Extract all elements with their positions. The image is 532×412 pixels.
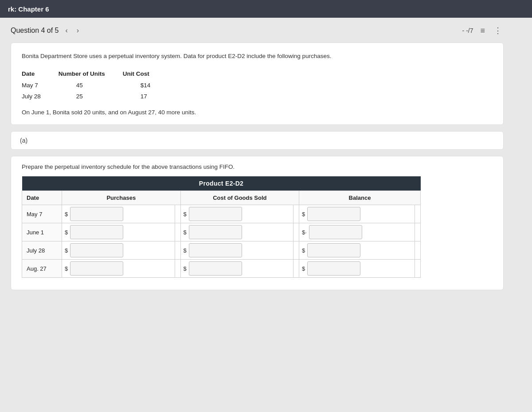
instruction-text: Prepare the perpetual inventory schedule… (22, 163, 493, 170)
col-date: Date (22, 69, 59, 80)
inv-purchases-currency-1: $ (62, 223, 175, 241)
question-nav: Question 4 of 5 ‹ › - -/7 ≡ ⋮ (11, 25, 504, 36)
inv-date-3: Aug. 27 (22, 260, 62, 278)
inv-balance-input-1[interactable] (309, 225, 362, 239)
problem-card: Bonita Department Store uses a perpetual… (11, 43, 504, 125)
purchase-row: May 7 45 $14 (22, 80, 168, 91)
inv-purchases-input-2[interactable] (70, 243, 123, 257)
col-cost: Unit Cost (123, 69, 168, 80)
inv-balance-currency-3: $ (299, 260, 415, 278)
col-header-balance: Balance (299, 191, 421, 205)
inv-balance-input-2[interactable] (307, 243, 360, 257)
purchases-table: Date Number of Units Unit Cost May 7 45 … (22, 69, 168, 102)
purchase-cost-0: $14 (123, 80, 168, 91)
inv-purchases-spacer-2 (175, 241, 180, 260)
product-name-cell: Product E2-D2 (22, 176, 421, 191)
inv-balance-spacer-3 (415, 260, 421, 278)
inv-cogs-spacer-3 (293, 260, 299, 278)
inv-purchases-currency-3: $ (62, 260, 175, 278)
inv-cogs-spacer-0 (293, 205, 299, 223)
inventory-row: May 7 $ $ $ (22, 205, 421, 223)
inventory-row: July 28 $ $ $ (22, 241, 421, 260)
col-header-purchases: Purchases (62, 191, 181, 205)
top-bar: rk: Chapter 6 (0, 0, 532, 18)
inv-cogs-currency-3: $ (180, 260, 293, 278)
inventory-row: June 1 $ $ $· (22, 223, 421, 241)
on-june-note: On June 1, Bonita sold 20 units, and on … (22, 109, 493, 116)
question-nav-right: - -/7 ≡ ⋮ (462, 25, 504, 36)
inv-balance-currency-2: $ (299, 241, 415, 260)
inv-cogs-input-3[interactable] (189, 261, 242, 276)
inv-balance-input-0[interactable] (307, 207, 360, 221)
purchase-date-0: May 7 (22, 80, 59, 91)
next-question-button[interactable]: › (74, 26, 81, 35)
inv-balance-spacer-1 (415, 223, 421, 241)
inv-cogs-currency-1: $ (180, 223, 293, 241)
inv-cogs-input-0[interactable] (189, 207, 242, 221)
inv-cogs-input-1[interactable] (189, 225, 242, 239)
inv-balance-spacer-0 (415, 205, 421, 223)
inventory-schedule-table: Product E2-D2 Date Purchases Cost of Goo… (22, 176, 421, 278)
inventory-table-wrapper: Product E2-D2 Date Purchases Cost of Goo… (22, 176, 421, 278)
inv-balance-spacer-2 (415, 241, 421, 260)
product-name-row: Product E2-D2 (22, 176, 421, 191)
part-a-label: (a) (20, 137, 27, 144)
inv-balance-input-3[interactable] (307, 261, 360, 276)
col-header-date: Date (22, 191, 62, 205)
inv-purchases-currency-0: $ (62, 205, 175, 223)
score-badge: - -/7 (462, 27, 473, 34)
inv-date-1: June 1 (22, 223, 62, 241)
inv-purchases-input-3[interactable] (70, 261, 123, 276)
col-header-cogs: Cost of Goods Sold (180, 191, 299, 205)
inv-cogs-currency-0: $ (180, 205, 293, 223)
inv-purchases-spacer-3 (175, 260, 180, 278)
purchase-cost-1: 17 (123, 91, 168, 102)
inv-balance-currency-1: $· (299, 223, 415, 241)
question-label: Question 4 of 5 (11, 27, 59, 35)
purchase-row: July 28 25 17 (22, 91, 168, 102)
question-nav-left: Question 4 of 5 ‹ › (11, 26, 81, 35)
purchase-units-0: 45 (59, 80, 123, 91)
col-units: Number of Units (59, 69, 123, 80)
inv-cogs-spacer-2 (293, 241, 299, 260)
problem-intro: Bonita Department Store uses a perpetual… (22, 52, 493, 61)
part-a-card: Prepare the perpetual inventory schedule… (11, 156, 504, 290)
inv-cogs-currency-2: $ (180, 241, 293, 260)
part-label-card: (a) (11, 131, 504, 150)
column-headers-row: Date Purchases Cost of Goods Sold Balanc… (22, 191, 421, 205)
inv-cogs-spacer-1 (293, 223, 299, 241)
top-bar-title: rk: Chapter 6 (8, 5, 49, 13)
prev-question-button[interactable]: ‹ (63, 26, 70, 35)
more-icon-button[interactable]: ⋮ (492, 25, 504, 36)
inv-date-2: July 28 (22, 241, 62, 260)
purchase-units-1: 25 (59, 91, 123, 102)
inv-purchases-spacer-1 (175, 223, 180, 241)
inv-date-0: May 7 (22, 205, 62, 223)
inv-purchases-spacer-0 (175, 205, 180, 223)
inventory-row: Aug. 27 $ $ $ (22, 260, 421, 278)
purchase-date-1: July 28 (22, 91, 59, 102)
inv-purchases-currency-2: $ (62, 241, 175, 260)
list-icon-button[interactable]: ≡ (478, 25, 487, 36)
inv-cogs-input-2[interactable] (189, 243, 242, 257)
inv-balance-currency-0: $ (299, 205, 415, 223)
inv-purchases-input-0[interactable] (70, 207, 123, 221)
inv-purchases-input-1[interactable] (70, 225, 123, 239)
